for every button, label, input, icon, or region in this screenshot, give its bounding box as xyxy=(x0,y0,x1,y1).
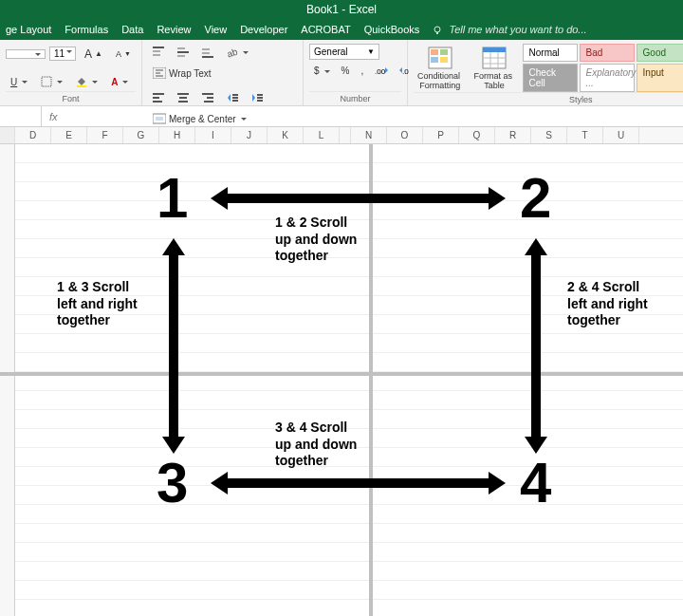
svg-rect-16 xyxy=(153,97,159,99)
tab-page-layout[interactable]: ge Layout xyxy=(6,24,51,35)
horizontal-split-bar[interactable] xyxy=(0,372,683,376)
wrap-icon xyxy=(153,67,166,79)
number-format-select[interactable]: General▼ xyxy=(309,44,379,60)
conditional-formatting-icon xyxy=(428,47,452,69)
fx-label[interactable]: fx xyxy=(42,111,65,122)
tab-view[interactable]: View xyxy=(205,24,228,35)
col-header[interactable]: O xyxy=(387,127,423,143)
svg-rect-26 xyxy=(232,100,238,102)
merge-center-button[interactable]: Merge & Center xyxy=(148,110,251,127)
conditional-formatting-button[interactable]: Conditional Formatting xyxy=(414,45,467,92)
select-all-corner[interactable] xyxy=(0,127,15,143)
col-header[interactable]: S xyxy=(531,127,567,143)
svg-rect-19 xyxy=(179,97,187,99)
format-as-table-button[interactable]: Format as Table xyxy=(471,45,519,92)
font-name-box[interactable] xyxy=(6,49,46,59)
style-bad[interactable]: Bad xyxy=(580,44,635,62)
tab-acrobat[interactable]: ACROBAT xyxy=(301,24,350,35)
increase-font-button[interactable]: A▲ xyxy=(80,45,107,64)
group-number-label: Number xyxy=(309,91,401,103)
tab-data[interactable]: Data xyxy=(121,24,143,35)
tab-formulas[interactable]: Formulas xyxy=(65,24,108,35)
font-size-box[interactable]: 11 xyxy=(49,47,76,61)
svg-text:ab: ab xyxy=(227,47,238,58)
underline-button[interactable]: U xyxy=(6,74,32,90)
col-header[interactable] xyxy=(340,127,351,143)
col-header[interactable]: L xyxy=(304,127,340,143)
style-good[interactable]: Good xyxy=(637,44,683,62)
svg-rect-20 xyxy=(178,101,188,103)
increase-decimal-button[interactable]: .00 xyxy=(370,63,393,79)
cells[interactable] xyxy=(15,144,683,616)
increase-indent-button[interactable] xyxy=(247,89,268,106)
col-header[interactable]: U xyxy=(603,127,639,143)
svg-rect-40 xyxy=(483,47,506,52)
style-input[interactable]: Input xyxy=(637,64,683,92)
col-header[interactable]: D xyxy=(15,127,51,143)
svg-rect-28 xyxy=(257,97,263,99)
align-top-button[interactable] xyxy=(148,44,169,61)
svg-rect-12 xyxy=(202,56,213,58)
borders-button[interactable] xyxy=(36,73,67,90)
svg-rect-23 xyxy=(204,101,213,103)
percent-button[interactable]: % xyxy=(337,63,355,79)
title-bar: Book1 - Excel xyxy=(0,0,683,19)
vertical-split-bar[interactable] xyxy=(369,144,373,616)
col-header[interactable]: Q xyxy=(459,127,495,143)
col-header[interactable]: G xyxy=(123,127,159,143)
decrease-font-button[interactable]: A▼ xyxy=(111,47,136,62)
table-icon xyxy=(482,47,507,69)
group-font: 11 A▲ A▼ U A Font xyxy=(0,40,142,105)
style-check-cell[interactable]: Check Cell xyxy=(523,64,578,92)
decrease-indent-button[interactable] xyxy=(222,89,243,106)
svg-rect-10 xyxy=(202,48,210,50)
col-header[interactable]: J xyxy=(231,127,268,143)
col-header[interactable]: R xyxy=(495,127,531,143)
svg-rect-2 xyxy=(42,77,51,86)
style-normal[interactable]: Normal xyxy=(523,44,578,62)
align-middle-button[interactable] xyxy=(173,44,194,61)
col-header[interactable]: H xyxy=(159,127,195,143)
tell-me[interactable]: Tell me what you want to do... xyxy=(433,24,586,35)
tab-quickbooks[interactable]: QuickBooks xyxy=(364,24,420,35)
align-top-icon xyxy=(153,47,164,58)
group-styles: Conditional Formatting Format as Table N… xyxy=(408,40,683,105)
tell-me-label: Tell me what you want to do... xyxy=(449,24,586,35)
svg-rect-6 xyxy=(153,54,160,56)
fill-color-button[interactable] xyxy=(71,73,102,90)
svg-rect-1 xyxy=(436,32,438,34)
worksheet[interactable]: D E F G H I J K L N O P Q R S T U 1 2 3 xyxy=(0,127,683,616)
align-bottom-button[interactable] xyxy=(197,44,218,61)
col-header[interactable]: T xyxy=(567,127,603,143)
svg-rect-35 xyxy=(431,49,438,55)
align-center-icon xyxy=(177,92,189,103)
col-header[interactable]: N xyxy=(351,127,387,143)
merge-icon xyxy=(153,113,166,124)
accounting-format-button[interactable]: $ xyxy=(309,63,335,79)
svg-rect-37 xyxy=(431,57,438,63)
indent-icon xyxy=(251,92,263,103)
col-header[interactable]: E xyxy=(51,127,87,143)
align-left-button[interactable] xyxy=(148,89,169,106)
svg-rect-17 xyxy=(153,101,162,103)
col-header[interactable]: F xyxy=(87,127,123,143)
col-header[interactable]: P xyxy=(423,127,459,143)
align-center-button[interactable] xyxy=(173,89,194,106)
svg-rect-38 xyxy=(440,57,448,63)
col-header[interactable]: I xyxy=(195,127,231,143)
bucket-icon xyxy=(76,76,87,87)
wrap-text-label: Wrap Text xyxy=(169,68,212,79)
comma-button[interactable]: , xyxy=(356,63,368,79)
number-format-value: General xyxy=(314,47,348,57)
orientation-button[interactable]: ab xyxy=(222,44,253,61)
style-explanatory[interactable]: Explanatory ... xyxy=(580,64,635,92)
tab-developer[interactable]: Developer xyxy=(240,24,287,35)
font-color-button[interactable]: A xyxy=(106,74,133,90)
svg-text:.00: .00 xyxy=(375,67,386,76)
name-box[interactable] xyxy=(0,106,42,126)
tab-review[interactable]: Review xyxy=(157,24,191,35)
align-middle-icon xyxy=(177,47,189,58)
wrap-text-button[interactable]: Wrap Text xyxy=(148,65,216,82)
align-right-button[interactable] xyxy=(197,89,218,106)
col-header[interactable]: K xyxy=(268,127,304,143)
